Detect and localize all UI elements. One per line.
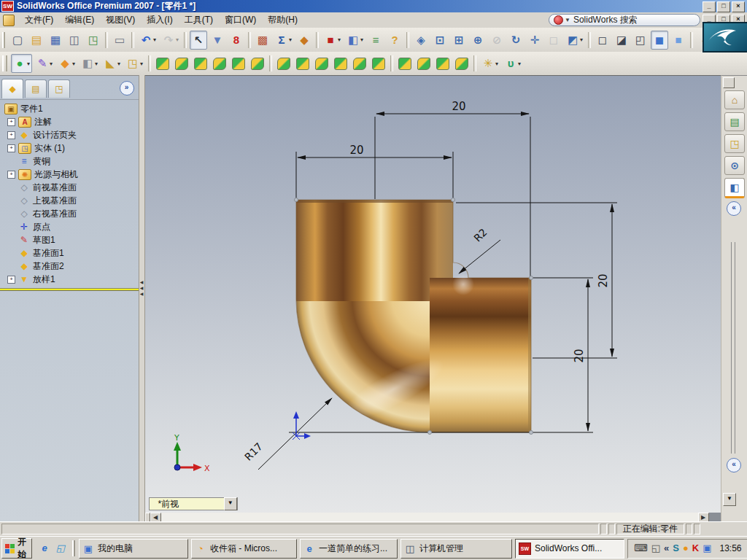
toolbar-grip-2[interactable]: [2, 55, 7, 71]
surfaces-group-dropdown[interactable]: ▾: [72, 61, 75, 67]
draft-button[interactable]: [351, 54, 368, 73]
task-pane-tab-view-palette[interactable]: ◧: [724, 178, 745, 198]
document-menu-icon[interactable]: [3, 15, 15, 26]
sheet-metal-group-button[interactable]: ◧▾: [79, 54, 100, 73]
propertymanager-tab[interactable]: ▤: [25, 79, 47, 98]
tray-network-icon[interactable]: ▣: [703, 542, 711, 554]
dimension-fillet-radius[interactable]: R2: [471, 226, 489, 244]
graphics-area[interactable]: 20 20 20 20 R2 R17: [145, 76, 721, 513]
circular-pattern-button[interactable]: [415, 54, 433, 73]
view-combo-dropdown-icon[interactable]: ▼: [224, 497, 237, 510]
weldments-group-button[interactable]: ◣▾: [101, 54, 123, 73]
reference-geometry-button[interactable]: ✳▾: [479, 54, 500, 73]
standard-views-button[interactable]: ◩▾: [564, 31, 585, 50]
dimension-top-width[interactable]: 20: [349, 144, 363, 157]
copper-elbow-model[interactable]: [296, 200, 531, 432]
zoom-to-area-button[interactable]: ⊞: [450, 31, 468, 50]
panel-splitter[interactable]: ◀◀◀: [139, 75, 145, 521]
tray-keyboard-icon[interactable]: ⌨: [634, 542, 648, 554]
chamfer-button[interactable]: [294, 54, 311, 73]
features-group-button[interactable]: ●▾: [11, 54, 32, 73]
print-button[interactable]: ▭: [111, 31, 128, 50]
start-button[interactable]: 开始: [1, 538, 32, 559]
tray-clock[interactable]: 13:56: [720, 543, 742, 553]
surfaces-group-button[interactable]: ◆▾: [56, 54, 77, 73]
save-button[interactable]: ▦: [47, 31, 64, 50]
tree-item-annotations[interactable]: +A注解: [0, 115, 139, 128]
features-group-dropdown[interactable]: ▾: [27, 61, 30, 67]
measure-dropdown[interactable]: ▾: [289, 36, 292, 43]
dimension-right-height[interactable]: 20: [597, 273, 610, 287]
expand-icon[interactable]: +: [7, 276, 15, 284]
dimension-upper-width[interactable]: 20: [452, 100, 465, 113]
task-pane-collapse-button-2[interactable]: «: [727, 458, 741, 472]
taskbar-button-my-computer[interactable]: ▣我的电脑: [79, 539, 188, 559]
horizontal-scrollbar[interactable]: ◀ ▶: [145, 513, 721, 521]
shaded-button[interactable]: ■: [670, 31, 687, 50]
open-document-button[interactable]: ▤: [28, 31, 45, 50]
tree-item-plane-1[interactable]: ◆基准面1: [0, 246, 139, 260]
task-pane-tab-file-explorer[interactable]: ◳: [724, 134, 745, 153]
taskbar-grip[interactable]: [72, 540, 75, 556]
select-button[interactable]: ↖: [190, 31, 207, 50]
menu-item-2[interactable]: 视图(V): [100, 12, 141, 28]
tree-item-material[interactable]: ≡黄铜: [0, 155, 139, 168]
new-document-button[interactable]: ▢: [9, 31, 26, 50]
solidworks-search-box[interactable]: ▼ SolidWorks 搜索: [549, 14, 700, 26]
tree-item-sketch[interactable]: ✎草图1: [0, 233, 139, 246]
dimension-bend-radius[interactable]: R17: [242, 440, 265, 463]
tray-panel-restore-icon[interactable]: ◱: [651, 542, 660, 554]
menu-item-3[interactable]: 插入(I): [141, 12, 178, 28]
check-button[interactable]: ◆: [295, 31, 313, 50]
shell-button[interactable]: [332, 54, 349, 73]
graphics-viewport[interactable]: 20 20 20 20 R2 R17: [145, 75, 721, 521]
menu-item-4[interactable]: 工具(T): [179, 12, 219, 28]
tree-item-front-plane[interactable]: ◇前视基准面: [0, 181, 139, 194]
tree-item-lights-and-cameras[interactable]: +✺光源与相机: [0, 168, 139, 181]
expand-icon[interactable]: +: [7, 118, 15, 126]
scrollbar-split-box[interactable]: [145, 513, 150, 521]
reference-geometry-dropdown[interactable]: ▾: [495, 61, 498, 67]
minimize-button[interactable]: _: [703, 1, 716, 12]
tree-item-plane-2[interactable]: ◆基准面2: [0, 260, 139, 273]
solidworks-office-button[interactable]: ■▾: [322, 31, 343, 50]
cut-sweep-button[interactable]: [230, 54, 247, 73]
move-copy-button[interactable]: [453, 54, 471, 73]
selection-filter-button[interactable]: ▼: [209, 31, 226, 50]
extruded-boss-button[interactable]: [154, 54, 171, 73]
linear-pattern-button[interactable]: [396, 54, 414, 73]
panel-expand-button[interactable]: »: [120, 81, 134, 96]
edit-color-button[interactable]: ▩: [254, 31, 271, 50]
menu-item-5[interactable]: 窗口(W): [219, 12, 262, 28]
tray-kaspersky-icon[interactable]: K: [692, 542, 699, 554]
expand-icon[interactable]: +: [7, 131, 15, 139]
view-orientation-combo[interactable]: *前视 ▼: [149, 497, 238, 510]
lofted-boss-button[interactable]: [249, 54, 266, 73]
task-pane-dropdown-icon[interactable]: ▼: [723, 493, 736, 506]
tree-item-top-plane[interactable]: ◇上视基准面: [0, 194, 139, 207]
task-pane-tab-search[interactable]: ⊙: [724, 156, 745, 175]
close-button[interactable]: ×: [732, 1, 745, 12]
tree-item-loft[interactable]: +▼放样1: [0, 273, 139, 286]
restore-button[interactable]: □: [717, 1, 730, 12]
tray-tray-collapse-icon[interactable]: «: [664, 542, 669, 554]
curves-button[interactable]: υ▾: [502, 54, 523, 73]
quick-launch-internet-explorer[interactable]: e: [38, 542, 51, 555]
scroll-right-icon[interactable]: ▶: [698, 513, 709, 521]
window-layout-dropdown[interactable]: ▾: [360, 36, 363, 43]
undo-button[interactable]: ↶▾: [137, 31, 158, 50]
window-layout-button[interactable]: ◧▾: [344, 31, 365, 50]
solidworks-office-dropdown[interactable]: ▾: [338, 36, 341, 43]
tree-item-design-binder[interactable]: +◆设计活页夹: [0, 128, 139, 141]
view-orientation-button[interactable]: ◈: [412, 31, 430, 50]
undo-dropdown[interactable]: ▾: [153, 36, 156, 43]
stop-light-button[interactable]: 8: [228, 31, 245, 50]
mirror-button[interactable]: [434, 54, 452, 73]
fillet-button[interactable]: [275, 54, 293, 73]
swept-boss-button[interactable]: [211, 54, 228, 73]
task-pane-collapse-button[interactable]: «: [727, 201, 741, 216]
wireframe-button[interactable]: ◻: [594, 31, 611, 50]
options-button[interactable]: ≡: [367, 31, 384, 50]
tree-item-solid-bodies-folder[interactable]: +◳实体 (1): [0, 141, 139, 155]
rotate-view-button[interactable]: ↻: [507, 31, 525, 50]
